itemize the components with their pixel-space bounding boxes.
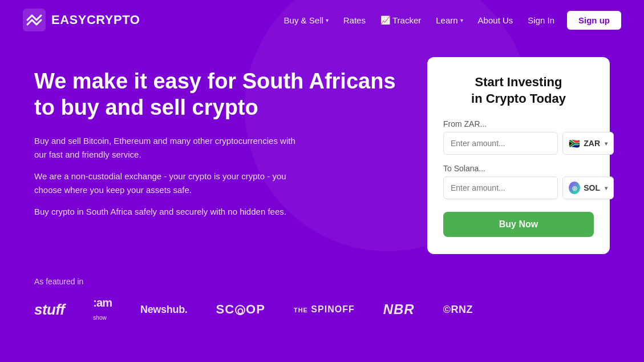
- tracker-chart-icon: 📈: [380, 15, 390, 25]
- to-row: ◎ SOL ▾: [443, 176, 594, 199]
- from-row: 🇿🇦 ZAR ▾: [443, 132, 594, 155]
- crnz-logo: ©RNZ: [443, 304, 473, 316]
- main-nav: Buy & Sell ▾ Rates 📈 Tracker Learn ▾ Abo…: [278, 11, 621, 30]
- buy-now-button[interactable]: Buy Now: [443, 212, 594, 237]
- nav-tracker[interactable]: 📈 Tracker: [375, 12, 427, 29]
- hero-desc-2: We are a non-custodial exchange - your c…: [34, 170, 308, 197]
- hero-title: We make it easy for South Africans to bu…: [34, 69, 404, 120]
- nav-about-us[interactable]: About Us: [472, 12, 519, 29]
- header: EASYCRYPTO Buy & Sell ▾ Rates 📈 Tracker …: [0, 0, 644, 40]
- spinoff-logo: THE SPINOFF: [294, 304, 355, 315]
- from-field-group: From ZAR... 🇿🇦 ZAR ▾: [443, 119, 594, 155]
- from-amount-input[interactable]: [443, 132, 558, 155]
- scoop-logo: SCOOP: [216, 302, 265, 317]
- learn-chevron-icon: ▾: [460, 17, 463, 23]
- featured-section: As featured in stuff :amshow Newshub. SC…: [0, 254, 644, 334]
- crypto-widget: Start Investing in Crypto Today From ZAR…: [427, 57, 610, 254]
- nav-buy-sell[interactable]: Buy & Sell ▾: [278, 12, 334, 29]
- featured-logos: stuff :amshow Newshub. SCOOP THE SPINOFF…: [34, 296, 610, 323]
- stuff-logo: stuff: [34, 301, 64, 319]
- nav-learn[interactable]: Learn ▾: [430, 12, 468, 29]
- from-currency-label: ZAR: [584, 139, 600, 148]
- logo-text: EASYCRYPTO: [51, 13, 140, 27]
- hero-text: We make it easy for South Africans to bu…: [34, 57, 404, 227]
- hero-desc-1: Buy and sell Bitcoin, Ethereum and many …: [34, 134, 308, 162]
- to-amount-input[interactable]: [443, 176, 558, 199]
- nav-rates[interactable]: Rates: [338, 12, 371, 29]
- zar-flag-icon: 🇿🇦: [569, 137, 580, 150]
- main-content: We make it easy for South Africans to bu…: [0, 40, 644, 254]
- sign-in-button[interactable]: Sign In: [522, 12, 560, 29]
- to-currency-select[interactable]: ◎ SOL ▾: [562, 176, 614, 199]
- to-label: To Solana...: [443, 164, 594, 173]
- newshub-logo: Newshub.: [140, 304, 188, 316]
- to-currency-label: SOL: [584, 183, 600, 192]
- from-currency-chevron-icon: ▾: [605, 140, 607, 147]
- from-currency-select[interactable]: 🇿🇦 ZAR ▾: [562, 132, 614, 155]
- am-show-logo: :amshow: [93, 296, 112, 323]
- nbr-logo: NBR: [383, 301, 415, 317]
- logo-icon: [23, 9, 46, 31]
- logo[interactable]: EASYCRYPTO: [23, 9, 140, 31]
- sol-icon: ◎: [569, 182, 580, 194]
- hero-desc-3: Buy crypto in South Africa safely and se…: [34, 205, 308, 219]
- buy-sell-chevron-icon: ▾: [326, 17, 329, 23]
- to-field-group: To Solana... ◎ SOL ▾: [443, 164, 594, 199]
- to-currency-chevron-icon: ▾: [605, 185, 607, 191]
- widget-title: Start Investing in Crypto Today: [443, 74, 594, 107]
- svg-rect-0: [23, 9, 46, 31]
- featured-label: As featured in: [34, 277, 610, 286]
- sign-up-button[interactable]: Sign up: [567, 11, 621, 30]
- from-label: From ZAR...: [443, 119, 594, 128]
